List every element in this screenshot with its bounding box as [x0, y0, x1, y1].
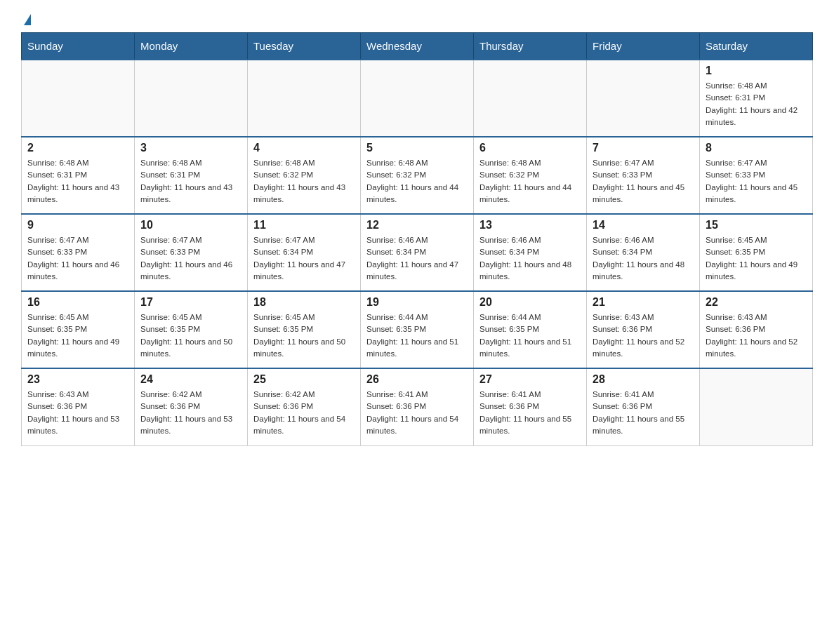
calendar-cell-week4-day1: 17Sunrise: 6:45 AMSunset: 6:35 PMDayligh… [135, 291, 248, 368]
day-info: Sunrise: 6:41 AMSunset: 6:36 PMDaylight:… [366, 389, 468, 437]
calendar-cell-week3-day5: 14Sunrise: 6:46 AMSunset: 6:34 PMDayligh… [587, 214, 700, 291]
day-number: 14 [593, 219, 694, 232]
calendar-cell-week1-day0 [22, 60, 135, 137]
day-number: 20 [479, 296, 581, 309]
weekday-header-friday: Friday [587, 33, 700, 60]
day-info: Sunrise: 6:47 AMSunset: 6:33 PMDaylight:… [593, 157, 694, 206]
day-info: Sunrise: 6:44 AMSunset: 6:35 PMDaylight:… [479, 311, 581, 360]
calendar-cell-week5-day3: 26Sunrise: 6:41 AMSunset: 6:36 PMDayligh… [361, 368, 474, 445]
day-info: Sunrise: 6:43 AMSunset: 6:36 PMDaylight:… [706, 311, 807, 360]
calendar-cell-week2-day1: 3Sunrise: 6:48 AMSunset: 6:31 PMDaylight… [135, 137, 248, 214]
calendar-cell-week5-day2: 25Sunrise: 6:42 AMSunset: 6:36 PMDayligh… [248, 368, 361, 445]
day-info: Sunrise: 6:45 AMSunset: 6:35 PMDaylight:… [253, 311, 355, 360]
calendar-cell-week5-day4: 27Sunrise: 6:41 AMSunset: 6:36 PMDayligh… [474, 368, 587, 445]
day-number: 4 [253, 142, 355, 154]
day-number: 27 [479, 373, 581, 386]
day-info: Sunrise: 6:46 AMSunset: 6:34 PMDaylight:… [479, 234, 581, 283]
calendar-week-2: 2Sunrise: 6:48 AMSunset: 6:31 PMDaylight… [22, 137, 813, 214]
calendar-cell-week1-day1 [135, 60, 248, 137]
day-number: 18 [253, 296, 355, 309]
day-info: Sunrise: 6:45 AMSunset: 6:35 PMDaylight:… [140, 311, 241, 360]
day-number: 6 [479, 142, 581, 154]
calendar-cell-week5-day5: 28Sunrise: 6:41 AMSunset: 6:36 PMDayligh… [587, 368, 700, 445]
day-info: Sunrise: 6:45 AMSunset: 6:35 PMDaylight:… [27, 311, 128, 360]
day-number: 10 [140, 219, 241, 232]
calendar-cell-week3-day3: 12Sunrise: 6:46 AMSunset: 6:34 PMDayligh… [361, 214, 474, 291]
day-number: 2 [27, 142, 128, 154]
calendar-cell-week2-day3: 5Sunrise: 6:48 AMSunset: 6:32 PMDaylight… [361, 137, 474, 214]
calendar-cell-week2-day5: 7Sunrise: 6:47 AMSunset: 6:33 PMDaylight… [587, 137, 700, 214]
day-info: Sunrise: 6:48 AMSunset: 6:31 PMDaylight:… [27, 157, 128, 206]
day-number: 11 [253, 219, 355, 232]
calendar-cell-week5-day0: 23Sunrise: 6:43 AMSunset: 6:36 PMDayligh… [22, 368, 135, 445]
calendar-cell-week2-day2: 4Sunrise: 6:48 AMSunset: 6:32 PMDaylight… [248, 137, 361, 214]
day-number: 24 [140, 373, 241, 386]
page-header [21, 14, 813, 25]
logo-triangle-icon [24, 14, 31, 25]
calendar-week-1: 1Sunrise: 6:48 AMSunset: 6:31 PMDaylight… [22, 60, 813, 137]
day-info: Sunrise: 6:41 AMSunset: 6:36 PMDaylight:… [479, 389, 581, 437]
day-info: Sunrise: 6:48 AMSunset: 6:31 PMDaylight:… [140, 157, 241, 206]
calendar-cell-week4-day3: 19Sunrise: 6:44 AMSunset: 6:35 PMDayligh… [361, 291, 474, 368]
day-info: Sunrise: 6:47 AMSunset: 6:33 PMDaylight:… [27, 234, 128, 283]
day-info: Sunrise: 6:48 AMSunset: 6:32 PMDaylight:… [253, 157, 355, 206]
day-number: 19 [366, 296, 468, 309]
weekday-header-monday: Monday [135, 33, 248, 60]
calendar-week-5: 23Sunrise: 6:43 AMSunset: 6:36 PMDayligh… [22, 368, 813, 445]
day-number: 15 [706, 219, 807, 232]
calendar-table: SundayMondayTuesdayWednesdayThursdayFrid… [21, 32, 813, 446]
day-info: Sunrise: 6:48 AMSunset: 6:32 PMDaylight:… [366, 157, 468, 206]
calendar-cell-week1-day4 [474, 60, 587, 137]
calendar-cell-week1-day2 [248, 60, 361, 137]
day-info: Sunrise: 6:45 AMSunset: 6:35 PMDaylight:… [706, 234, 807, 283]
calendar-cell-week1-day5 [587, 60, 700, 137]
logo-general-text [21, 14, 31, 25]
day-number: 3 [140, 142, 241, 154]
day-info: Sunrise: 6:44 AMSunset: 6:35 PMDaylight:… [366, 311, 468, 360]
day-info: Sunrise: 6:48 AMSunset: 6:31 PMDaylight:… [706, 80, 807, 128]
calendar-cell-week4-day0: 16Sunrise: 6:45 AMSunset: 6:35 PMDayligh… [22, 291, 135, 368]
day-number: 21 [593, 296, 694, 309]
day-number: 25 [253, 373, 355, 386]
day-info: Sunrise: 6:47 AMSunset: 6:34 PMDaylight:… [253, 234, 355, 283]
day-info: Sunrise: 6:46 AMSunset: 6:34 PMDaylight:… [366, 234, 468, 283]
weekday-header-thursday: Thursday [474, 33, 587, 60]
calendar-cell-week4-day2: 18Sunrise: 6:45 AMSunset: 6:35 PMDayligh… [248, 291, 361, 368]
day-info: Sunrise: 6:46 AMSunset: 6:34 PMDaylight:… [593, 234, 694, 283]
day-number: 23 [27, 373, 128, 386]
day-info: Sunrise: 6:43 AMSunset: 6:36 PMDaylight:… [27, 389, 128, 437]
calendar-week-4: 16Sunrise: 6:45 AMSunset: 6:35 PMDayligh… [22, 291, 813, 368]
calendar-cell-week2-day6: 8Sunrise: 6:47 AMSunset: 6:33 PMDaylight… [700, 137, 813, 214]
calendar-cell-week1-day3 [361, 60, 474, 137]
day-info: Sunrise: 6:42 AMSunset: 6:36 PMDaylight:… [140, 389, 241, 437]
calendar-cell-week4-day6: 22Sunrise: 6:43 AMSunset: 6:36 PMDayligh… [700, 291, 813, 368]
calendar-cell-week4-day5: 21Sunrise: 6:43 AMSunset: 6:36 PMDayligh… [587, 291, 700, 368]
calendar-week-3: 9Sunrise: 6:47 AMSunset: 6:33 PMDaylight… [22, 214, 813, 291]
calendar-cell-week4-day4: 20Sunrise: 6:44 AMSunset: 6:35 PMDayligh… [474, 291, 587, 368]
day-number: 26 [366, 373, 468, 386]
calendar-cell-week1-day6: 1Sunrise: 6:48 AMSunset: 6:31 PMDaylight… [700, 60, 813, 137]
calendar-cell-week5-day1: 24Sunrise: 6:42 AMSunset: 6:36 PMDayligh… [135, 368, 248, 445]
calendar-cell-week2-day0: 2Sunrise: 6:48 AMSunset: 6:31 PMDaylight… [22, 137, 135, 214]
day-number: 17 [140, 296, 241, 309]
day-info: Sunrise: 6:43 AMSunset: 6:36 PMDaylight:… [593, 311, 694, 360]
day-number: 28 [593, 373, 694, 386]
day-number: 1 [706, 65, 807, 77]
calendar-cell-week3-day4: 13Sunrise: 6:46 AMSunset: 6:34 PMDayligh… [474, 214, 587, 291]
day-number: 22 [706, 296, 807, 309]
calendar-cell-week2-day4: 6Sunrise: 6:48 AMSunset: 6:32 PMDaylight… [474, 137, 587, 214]
day-number: 12 [366, 219, 468, 232]
calendar-cell-week3-day1: 10Sunrise: 6:47 AMSunset: 6:33 PMDayligh… [135, 214, 248, 291]
weekday-header-tuesday: Tuesday [248, 33, 361, 60]
calendar-cell-week5-day6 [700, 368, 813, 445]
weekday-header-row: SundayMondayTuesdayWednesdayThursdayFrid… [22, 33, 813, 60]
day-number: 5 [366, 142, 468, 154]
logo [21, 14, 31, 25]
calendar-cell-week3-day2: 11Sunrise: 6:47 AMSunset: 6:34 PMDayligh… [248, 214, 361, 291]
day-info: Sunrise: 6:48 AMSunset: 6:32 PMDaylight:… [479, 157, 581, 206]
day-info: Sunrise: 6:47 AMSunset: 6:33 PMDaylight:… [140, 234, 241, 283]
day-number: 8 [706, 142, 807, 154]
day-number: 9 [27, 219, 128, 232]
weekday-header-saturday: Saturday [700, 33, 813, 60]
calendar-cell-week3-day6: 15Sunrise: 6:45 AMSunset: 6:35 PMDayligh… [700, 214, 813, 291]
